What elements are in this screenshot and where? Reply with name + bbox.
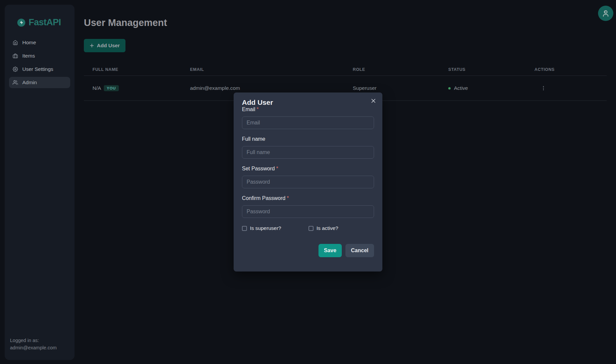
modal-footer: Save Cancel	[242, 244, 374, 257]
required-marker: *	[287, 195, 289, 201]
is-active-checkbox[interactable]	[308, 226, 313, 231]
full-name-field-group: Full name	[242, 136, 374, 159]
email-field-label: Email*	[242, 106, 374, 112]
confirm-password-field-group: Confirm Password*	[242, 195, 374, 218]
add-user-modal: Add User Email* Full name Set Password* …	[234, 92, 382, 272]
required-marker: *	[257, 106, 259, 112]
email-field[interactable]	[242, 116, 374, 129]
is-active-label: Is active?	[316, 225, 338, 231]
required-marker: *	[276, 166, 278, 171]
is-superuser-checkbox[interactable]	[242, 226, 247, 231]
confirm-password-field[interactable]	[242, 205, 374, 218]
modal-title: Add User	[242, 98, 374, 106]
full-name-field-label: Full name	[242, 136, 374, 142]
close-icon	[370, 97, 377, 104]
set-password-field-group: Set Password*	[242, 166, 374, 188]
is-active-checkbox-group[interactable]: Is active?	[308, 225, 338, 231]
modal-checkbox-row: Is superuser? Is active?	[242, 225, 374, 231]
confirm-password-field-label: Confirm Password*	[242, 195, 374, 201]
is-superuser-label: Is superuser?	[250, 225, 281, 231]
is-superuser-checkbox-group[interactable]: Is superuser?	[242, 225, 308, 231]
full-name-field[interactable]	[242, 146, 374, 159]
cancel-button[interactable]: Cancel	[345, 244, 374, 257]
modal-close-button[interactable]	[368, 96, 378, 106]
set-password-field-label: Set Password*	[242, 166, 374, 172]
save-button[interactable]: Save	[318, 244, 341, 257]
set-password-field[interactable]	[242, 176, 374, 188]
email-field-group: Email*	[242, 106, 374, 129]
